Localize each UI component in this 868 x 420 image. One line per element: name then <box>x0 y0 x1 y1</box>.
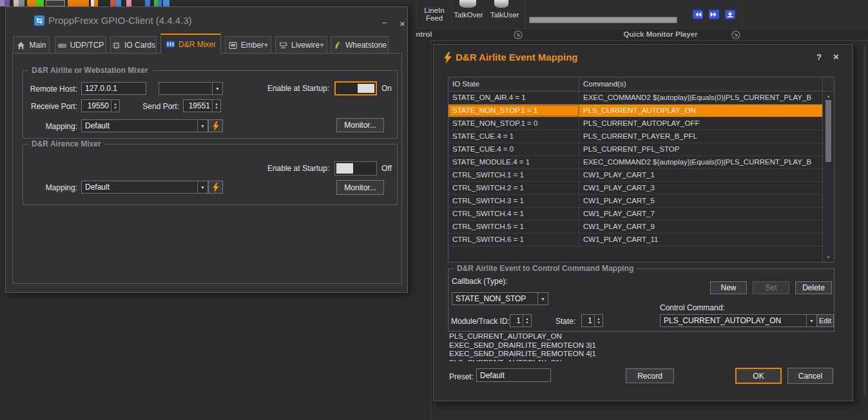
close-button[interactable]: × <box>833 51 839 62</box>
tab-d-r-mixer[interactable]: D&R Mixer <box>160 34 221 54</box>
table-row[interactable]: STATE_MODULE.4 = 1EXEC_COMMAND2 ${autopl… <box>448 156 822 169</box>
spin-down-icon[interactable]: ▼ <box>215 106 218 110</box>
scroll-up-icon[interactable]: ▲ <box>824 92 833 100</box>
skip-back-button[interactable] <box>692 10 704 19</box>
module-track-id-label: Module/Track ID: <box>451 317 510 326</box>
table-row[interactable]: CTRL_SWITCH.3 = 1CW1_PLAY_CART_5 <box>448 195 822 208</box>
io-state-cell: STATE_CUE.4 = 1 <box>448 130 579 143</box>
toolbar-icon-fragment[interactable] <box>68 0 89 6</box>
tab-livewire-[interactable]: Livewire+ <box>275 36 327 54</box>
close-button[interactable]: × <box>400 18 405 29</box>
ok-button[interactable]: OK <box>735 368 782 384</box>
skip-forward-button[interactable] <box>708 10 720 19</box>
cancel-button[interactable]: Cancel <box>787 368 833 384</box>
spinner-arrows[interactable]: ▲ ▼ <box>523 315 531 326</box>
receive-port-label: Receive Port: <box>25 102 77 111</box>
scrollbar-thumb[interactable] <box>825 100 831 162</box>
toolbar-icon-fragment[interactable] <box>163 0 169 6</box>
mapping-combo[interactable]: Default ▼ <box>81 181 208 194</box>
linein-feed-button[interactable]: LineIn Feed <box>420 6 449 22</box>
monitor-progress-bar[interactable] <box>529 17 677 23</box>
toolbar-icon-fragment[interactable] <box>46 0 65 6</box>
spinner-arrows[interactable]: ▲ ▼ <box>212 100 220 112</box>
tab-ember-[interactable]: Ember+ <box>225 36 271 54</box>
table-row[interactable]: STATE_ON_AIR.4 = 1EXEC_COMMAND2 ${autopl… <box>448 92 822 105</box>
table-row[interactable]: CTRL_SWITCH.5 = 1CW1_PLAY_CART_9 <box>448 221 822 234</box>
table-row[interactable]: STATE_NON_STOP.1 = 1PLS_CURRENT_AUTOPLAY… <box>448 105 822 117</box>
pull-down-button[interactable] <box>724 10 736 19</box>
tab-wheatstone[interactable]: Wheatstone <box>331 36 389 54</box>
chevron-down-icon[interactable]: ▼ <box>212 83 222 94</box>
edit-button[interactable]: Edit <box>816 314 834 327</box>
enable-startup-toggle[interactable] <box>334 81 377 95</box>
monitor-button[interactable]: Monitor... <box>336 180 384 195</box>
toolbar-icon-fragment[interactable] <box>110 0 121 6</box>
toolbar-icon-fragment[interactable] <box>27 0 44 6</box>
command-cell: EXEC_COMMAND2 ${autoplay}|Equals(0)|PLS_… <box>579 156 822 168</box>
table-row[interactable]: CTRL_SWITCH.1 = 1CW1_PLAY_CART_1 <box>448 169 822 182</box>
toolbar-icon-fragment[interactable] <box>154 0 162 6</box>
set-button[interactable]: Set <box>753 281 789 294</box>
mapping-flash-button[interactable] <box>208 181 223 194</box>
toolbar-icon-fragment[interactable] <box>0 0 10 6</box>
module-track-id-spinner[interactable]: 1 ▲ ▼ <box>510 314 532 327</box>
spinner-arrows[interactable]: ▲ ▼ <box>594 315 603 326</box>
spin-down-icon[interactable]: ▼ <box>597 321 600 325</box>
chevron-down-icon[interactable]: ▼ <box>806 315 816 326</box>
table-row[interactable]: STATE_CUE.4 = 0PLS_CURRENT_PFL_STOP <box>448 143 822 156</box>
toolbar-icon-fragment[interactable] <box>91 0 98 6</box>
tab-io-cards[interactable]: IO Cards <box>110 36 157 54</box>
callback-type-combo[interactable]: STATE_NON_STOP ▼ <box>452 292 548 305</box>
column-commands[interactable]: Command(s) <box>579 77 823 91</box>
table-row[interactable]: CTRL_SWITCH.4 = 1CW1_PLAY_CART_7 <box>448 208 822 221</box>
column-io-state[interactable]: IO State <box>448 77 579 91</box>
background-scrollbar[interactable] <box>863 45 866 397</box>
talkover-button[interactable]: TalkOver <box>453 11 484 19</box>
mapping-label: Mapping: <box>25 122 77 131</box>
toolbar-separator <box>742 0 742 29</box>
tab-main[interactable]: Main <box>13 36 50 54</box>
talkuser-button[interactable]: TalkUser <box>488 11 521 19</box>
toolbar-fragment-strip <box>0 0 407 6</box>
send-port-spinner[interactable]: 19551 ▲ ▼ <box>183 99 221 112</box>
monitor-button[interactable]: Monitor... <box>336 118 384 132</box>
host-combo[interactable]: ▼ <box>159 82 223 95</box>
spinner-arrows[interactable]: ▲ ▼ <box>111 100 119 112</box>
spinner-value: 19551 <box>184 101 212 110</box>
preset-label: Preset: <box>449 372 474 381</box>
control-command-combo[interactable]: PLS_CURRENT_AUTOPLAY_ON ▼ <box>660 314 817 327</box>
table-row[interactable]: STATE_CUE.4 = 1PLS_CURRENT_PLAYER_B_PFL <box>448 130 822 143</box>
preset-input[interactable]: Default <box>476 368 551 382</box>
command-preview-line: PLS_CURRENT_AUTOPLAY_ON <box>449 332 810 341</box>
scroll-down-icon[interactable]: ▼ <box>824 254 833 261</box>
minimize-button[interactable]: – <box>382 17 387 27</box>
table-row[interactable]: STATE_NON_STOP.1 = 0PLS_CURRENT_AUTOPLAY… <box>448 117 822 130</box>
new-button[interactable]: New <box>710 281 747 294</box>
collapse-arrow-icon[interactable] <box>514 30 523 39</box>
state-spinner[interactable]: 1 ▲ ▼ <box>581 314 603 327</box>
receive-port-spinner[interactable]: 19550 ▲ ▼ <box>81 99 120 112</box>
delete-button[interactable]: Delete <box>795 281 832 294</box>
mapping-flash-button[interactable] <box>208 119 223 132</box>
toolbar-icon-fragment[interactable] <box>126 0 131 6</box>
record-button[interactable]: Record <box>626 368 674 383</box>
command-cell: CW1_PLAY_CART_9 <box>579 221 822 233</box>
spin-down-icon[interactable]: ▼ <box>525 321 528 325</box>
help-button[interactable]: ? <box>816 52 822 62</box>
remote-host-input[interactable]: 127.0.0.1 <box>81 82 146 95</box>
chevron-down-icon[interactable]: ▼ <box>197 181 207 193</box>
talkover-icon <box>459 0 476 8</box>
chevron-down-icon[interactable]: ▼ <box>537 293 548 305</box>
chevron-down-icon[interactable]: ▼ <box>197 120 207 132</box>
scrollbar-track[interactable] <box>824 100 833 254</box>
table-row[interactable]: CTRL_SWITCH.2 = 1CW1_PLAY_CART_3 <box>448 182 822 195</box>
table-row[interactable]: CTRL_SWITCH.6 = 1CW1_PLAY_CART_11 <box>448 234 822 246</box>
toolbar-icon-fragment[interactable] <box>145 0 150 6</box>
table-scrollbar[interactable]: ▲ ▼ <box>824 92 833 261</box>
enable-startup-toggle[interactable] <box>334 161 377 175</box>
spin-down-icon[interactable]: ▼ <box>113 106 117 110</box>
tab-udp-tcp[interactable]: UDP/TCP <box>55 36 106 54</box>
mapping-combo[interactable]: Default ▼ <box>81 119 208 132</box>
collapse-arrow-icon[interactable] <box>731 30 740 39</box>
toolbar-icon-fragment[interactable] <box>14 0 24 6</box>
